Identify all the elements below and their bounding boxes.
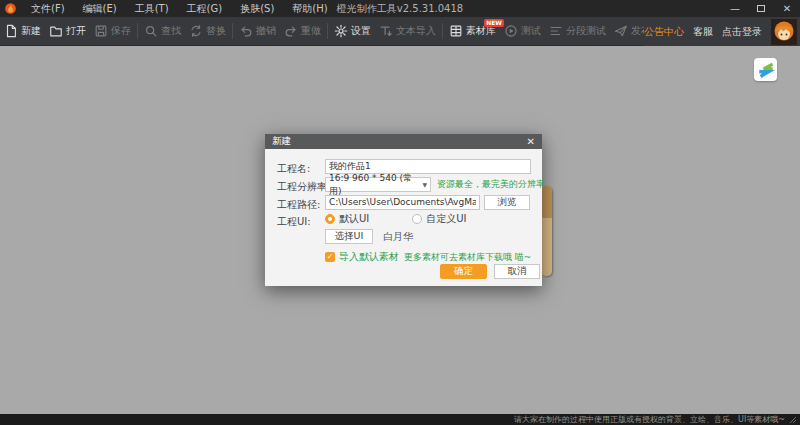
find-button[interactable]: 查找 <box>140 17 185 45</box>
text-import-button[interactable]: 文本导入 <box>375 17 440 45</box>
undo-icon <box>239 24 253 38</box>
gear-icon <box>334 24 348 38</box>
s-logo-icon <box>757 61 775 79</box>
browse-button[interactable]: 浏览 <box>484 195 530 210</box>
dialog-title: 新建 <box>272 135 291 148</box>
menu-skin[interactable]: 换肤(S) <box>231 2 283 16</box>
toolbar-label: 重做 <box>301 24 321 38</box>
import-material-checkbox[interactable]: ✓ <box>325 252 335 262</box>
test-button[interactable]: 测试 <box>500 17 545 45</box>
login-link[interactable]: 点击登录 <box>722 25 762 39</box>
customer-service-link[interactable]: 客服 <box>693 25 713 39</box>
toolbar-separator <box>327 23 328 39</box>
new-project-button[interactable]: 新建 <box>0 17 45 45</box>
play-circle-icon <box>504 24 518 38</box>
save-icon <box>94 24 108 38</box>
material-library-button[interactable]: 素材库 NEW <box>445 17 500 45</box>
default-ui-radio[interactable] <box>325 214 335 224</box>
toolbar-label: 文本导入 <box>396 24 436 38</box>
new-document-icon <box>4 24 18 38</box>
search-icon <box>144 24 158 38</box>
resolution-value: 16:9 960 * 540 (常用) <box>329 172 419 198</box>
ok-button[interactable]: 确定 <box>440 264 487 279</box>
menu-tools[interactable]: 工具(T) <box>126 2 178 16</box>
toolbar-label: 分段测试 <box>566 24 606 38</box>
custom-ui-radio[interactable] <box>412 214 422 224</box>
project-path-input[interactable] <box>325 195 480 210</box>
project-ui-label: 工程UI: <box>277 215 311 229</box>
toolbar-label: 打开 <box>66 24 86 38</box>
desktop-shortcut[interactable] <box>754 58 777 81</box>
maximize-icon <box>757 5 765 12</box>
material-library-icon <box>449 24 463 38</box>
toolbar-right: 公告中心 客服 点击登录 <box>644 17 800 46</box>
menu-edit[interactable]: 编辑(E) <box>74 2 126 16</box>
toolbar-label: 替换 <box>206 24 226 38</box>
toolbar-label: 撤销 <box>256 24 276 38</box>
dialog-close-button[interactable]: ✕ <box>527 137 535 147</box>
menu-file[interactable]: 文件(F) <box>22 2 74 16</box>
toolbar-label: 保存 <box>111 24 131 38</box>
background-scroll-handle <box>541 186 552 276</box>
import-material-label: 导入默认素材 <box>339 250 399 264</box>
toolbar-label: 查找 <box>161 24 181 38</box>
text-import-icon <box>379 24 393 38</box>
resize-grip-icon[interactable] <box>789 416 797 424</box>
announcement-center-link[interactable]: 公告中心 <box>644 25 684 39</box>
ui-theme-name: 白月华 <box>383 230 413 244</box>
toolbar-label: 测试 <box>521 24 541 38</box>
menu-project[interactable]: 工程(G) <box>178 2 232 16</box>
app-window: { "window": { "title": "橙光制作工具v2.5.31.04… <box>0 0 800 425</box>
toolbar-label: 设置 <box>351 24 371 38</box>
app-logo-icon <box>4 2 17 15</box>
replace-icon <box>189 24 203 38</box>
menubar: 文件(F) 编辑(E) 工具(T) 工程(G) 换肤(S) 帮助(H) 橙光制作… <box>0 0 800 17</box>
resolution-label: 工程分辨率: <box>277 180 330 194</box>
cancel-button[interactable]: 取消 <box>494 264 540 279</box>
new-project-dialog: 新建 ✕ 工程名: 工程分辨率: 16:9 960 * 540 (常用) ▼ 资… <box>265 134 542 286</box>
toolbar-label: 新建 <box>21 24 41 38</box>
choose-ui-button[interactable]: 选择UI <box>325 229 373 244</box>
redo-icon <box>284 24 298 38</box>
statusbar: 请大家在制作的过程中使用正版或有授权的背景、立绘、音乐、UI等素材哦~ <box>0 414 800 425</box>
settings-button[interactable]: 设置 <box>330 17 375 45</box>
save-button[interactable]: 保存 <box>90 17 135 45</box>
project-name-label: 工程名: <box>277 162 310 176</box>
toolbar-separator <box>232 23 233 39</box>
import-material-hint: 更多素材可去素材库下载哦 喵~ <box>404 251 531 264</box>
redo-button[interactable]: 重做 <box>280 17 325 45</box>
minimize-button[interactable]: — <box>722 0 748 17</box>
replace-button[interactable]: 替换 <box>185 17 230 45</box>
undo-button[interactable]: 撤销 <box>235 17 280 45</box>
toolbar-separator <box>137 23 138 39</box>
user-avatar[interactable] <box>771 19 797 45</box>
window-title: 橙光制作工具v2.5.31.0418 <box>337 2 463 16</box>
statusbar-notice: 请大家在制作的过程中使用正版或有授权的背景、立绘、音乐、UI等素材哦~ <box>514 414 785 425</box>
project-path-label: 工程路径: <box>277 198 320 212</box>
avatar-image <box>771 19 797 45</box>
open-folder-icon <box>49 24 63 38</box>
resolution-select[interactable]: 16:9 960 * 540 (常用) ▼ <box>325 177 431 192</box>
window-controls: — ✕ <box>722 0 800 17</box>
menu-help[interactable]: 帮助(H) <box>283 2 336 16</box>
dialog-titlebar[interactable]: 新建 ✕ <box>265 134 542 149</box>
open-project-button[interactable]: 打开 <box>45 17 90 45</box>
custom-ui-radio-label: 自定义UI <box>426 212 466 226</box>
default-ui-radio-label: 默认UI <box>339 212 369 226</box>
toolbar-separator <box>442 23 443 39</box>
segment-list-icon <box>549 24 563 38</box>
dropdown-arrow-icon: ▼ <box>419 181 427 188</box>
segment-test-button[interactable]: 分段测试 <box>545 17 610 45</box>
maximize-button[interactable] <box>748 0 774 17</box>
paper-plane-icon <box>614 24 628 38</box>
close-button[interactable]: ✕ <box>774 0 800 17</box>
resolution-hint: 资源最全，最完美的分辨率 <box>437 178 545 191</box>
